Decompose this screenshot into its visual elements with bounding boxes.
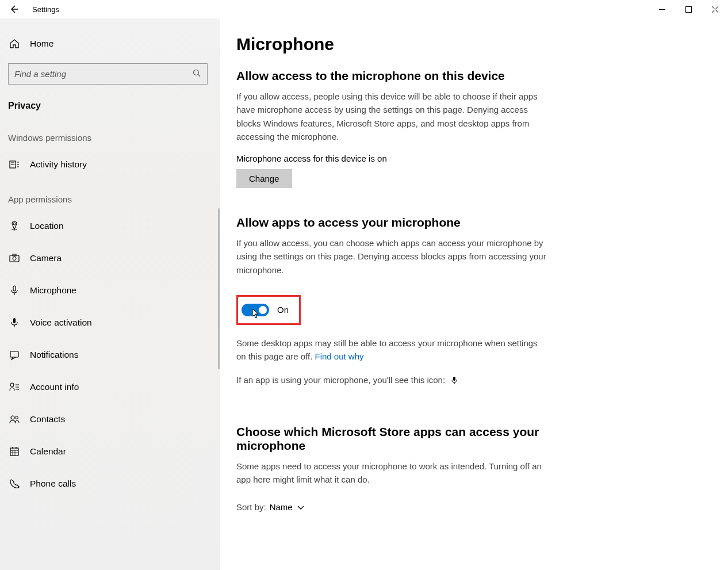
nav-label: Location <box>30 221 64 231</box>
titlebar: Settings <box>0 0 728 18</box>
section1-heading: Allow access to the microphone on this d… <box>236 69 712 83</box>
svg-rect-27 <box>10 448 18 456</box>
microphone-icon <box>7 285 21 296</box>
svg-rect-1 <box>685 6 691 12</box>
notifications-icon <box>7 349 21 361</box>
svg-rect-16 <box>13 286 16 291</box>
nav-contacts[interactable]: Contacts <box>0 403 220 435</box>
back-button[interactable] <box>0 0 28 18</box>
content-pane: Microphone Allow access to the microphon… <box>220 18 728 570</box>
camera-icon <box>7 253 21 264</box>
nav-label: Contacts <box>30 414 65 424</box>
section1-desc: If you allow access, people using this d… <box>236 90 547 143</box>
sort-by-value: Name <box>270 502 293 512</box>
voice-activation-icon <box>7 317 21 328</box>
home-label: Home <box>30 39 53 49</box>
search-wrap <box>0 59 220 90</box>
sort-by-dropdown[interactable]: Name <box>270 502 304 512</box>
sort-by-label: Sort by: <box>236 502 266 512</box>
nav-label: Microphone <box>30 285 76 296</box>
allow-apps-toggle-row: On <box>236 295 301 325</box>
section-header-app-permissions: App permissions <box>0 181 220 210</box>
search-icon <box>193 69 201 79</box>
nav-label: Camera <box>30 253 62 263</box>
nav-phone-calls[interactable]: Phone calls <box>0 468 220 500</box>
sidebar-scrollbar[interactable] <box>218 208 220 369</box>
section2-note2: If an app is using your microphone, you'… <box>236 373 547 387</box>
nav-label: Phone calls <box>30 479 76 489</box>
search-box[interactable] <box>8 63 208 85</box>
toggle-state-label: On <box>277 305 289 315</box>
svg-point-4 <box>194 70 199 75</box>
nav-camera[interactable]: Camera <box>0 242 220 274</box>
change-button[interactable]: Change <box>236 169 292 188</box>
window-controls <box>649 0 728 18</box>
sort-by-row: Sort by: Name <box>236 502 712 512</box>
nav-calendar[interactable]: Calendar <box>0 435 220 468</box>
section3-desc: Some apps need to access your microphone… <box>236 460 547 487</box>
svg-line-5 <box>198 74 201 76</box>
window-title: Settings <box>32 5 59 14</box>
section2-note1: Some desktop apps may still be able to a… <box>236 336 547 364</box>
allow-apps-toggle[interactable] <box>242 304 269 316</box>
nav-microphone[interactable]: Microphone <box>0 274 220 307</box>
nav-label: Voice activation <box>30 317 92 328</box>
note1-text: Some desktop apps may still be able to a… <box>236 338 538 361</box>
home-nav[interactable]: Home <box>0 29 220 59</box>
nav-label: Notifications <box>30 350 78 360</box>
svg-rect-34 <box>453 377 455 381</box>
annotation-highlight: On <box>236 295 301 325</box>
page-title: Microphone <box>236 35 712 54</box>
account-info-icon <box>7 381 21 393</box>
svg-rect-13 <box>10 255 19 262</box>
activity-history-icon <box>7 159 21 170</box>
section2-heading: Allow apps to access your microphone <box>236 216 712 229</box>
nav-label: Account info <box>30 382 79 392</box>
svg-point-14 <box>13 257 16 261</box>
home-icon <box>7 38 21 49</box>
chevron-down-icon <box>297 506 304 510</box>
contacts-icon <box>7 414 21 425</box>
current-section-label: Privacy <box>0 90 220 119</box>
nav-label: Activity history <box>30 159 87 170</box>
phone-icon <box>7 478 21 489</box>
location-icon <box>7 220 21 232</box>
svg-point-21 <box>10 383 14 387</box>
calendar-icon <box>7 446 21 457</box>
nav-activity-history[interactable]: Activity history <box>0 148 220 181</box>
svg-rect-20 <box>10 351 18 357</box>
arrow-left-icon <box>9 5 18 14</box>
section-header-windows-permissions: Windows permissions <box>0 119 220 148</box>
maximize-button[interactable] <box>675 0 702 18</box>
toggle-knob <box>259 306 267 314</box>
sidebar: Home Privacy Windows permissions Activit… <box>0 18 220 570</box>
minimize-button[interactable] <box>649 0 675 18</box>
find-out-why-link[interactable]: Find out why <box>315 351 364 361</box>
svg-point-26 <box>16 416 18 419</box>
svg-rect-18 <box>13 318 16 323</box>
section2-desc: If you allow access, you can choose whic… <box>236 236 547 277</box>
svg-point-12 <box>13 223 16 225</box>
nav-notifications[interactable]: Notifications <box>0 339 220 371</box>
mic-access-status: Microphone access for this device is on <box>236 154 712 163</box>
svg-point-25 <box>11 416 14 419</box>
microphone-indicator-icon <box>451 376 458 386</box>
nav-voice-activation[interactable]: Voice activation <box>0 307 220 339</box>
nav-location[interactable]: Location <box>0 210 220 242</box>
nav-account-info[interactable]: Account info <box>0 371 220 403</box>
section3-heading: Choose which Microsoft Store apps can ac… <box>236 425 547 453</box>
note2-text: If an app is using your microphone, you'… <box>236 375 445 385</box>
close-button[interactable] <box>702 0 728 18</box>
search-input[interactable] <box>14 69 193 79</box>
nav-label: Calendar <box>30 446 66 457</box>
